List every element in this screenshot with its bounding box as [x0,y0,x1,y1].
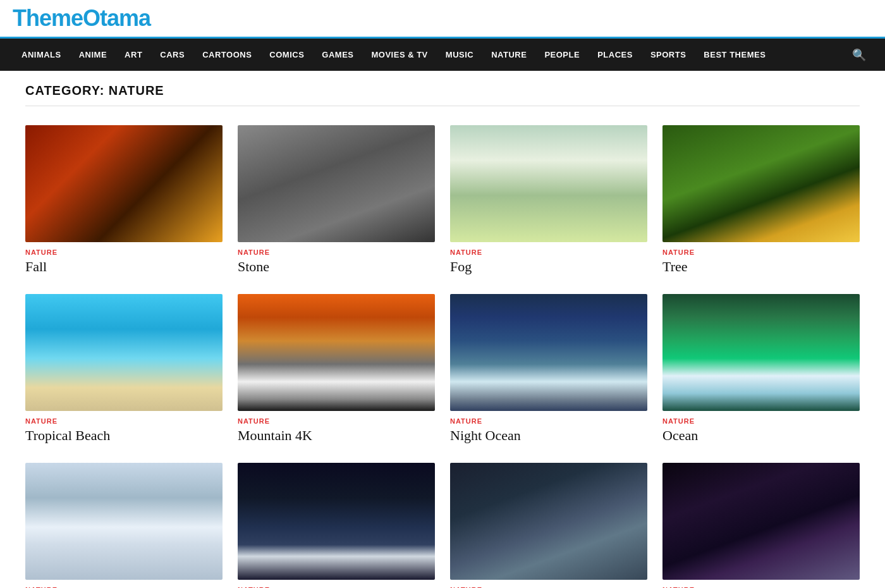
card-title-fog: Fog [450,259,647,275]
card-image-inner-snow-tree [25,463,223,580]
nav-link[interactable]: ART [116,39,151,71]
card-tree[interactable]: NATURETree [662,125,860,275]
card-title-fall: Fall [25,259,223,275]
nav-item-movies---tv[interactable]: MOVIES & TV [363,39,437,71]
nav-link[interactable]: NATURE [482,39,535,71]
nav-link[interactable]: GAMES [313,39,362,71]
nav-item-cars[interactable]: CARS [151,39,193,71]
card-category-mountain-4k: NATURE [238,417,435,425]
card-night-ocean[interactable]: NATURENight Ocean [450,294,647,444]
nav-item-comics[interactable]: COMICS [260,39,313,71]
card-category-fog: NATURE [450,248,647,256]
card-image-tropical-beach [25,294,223,411]
card-image-inner-water-drops [450,463,647,580]
nav-link[interactable]: ANIMALS [13,39,70,71]
card-night-mountain[interactable]: NATURENight Mountain [238,463,435,588]
nav-item-places[interactable]: PLACES [589,39,642,71]
card-category-night-ocean: NATURE [450,417,647,425]
nav-item-anime[interactable]: ANIME [70,39,116,71]
card-image-night-mountain [238,463,435,580]
logo-bar: ThemeOtama [0,0,885,39]
card-title-mountain-4k: Mountain 4K [238,427,435,444]
nav-link[interactable]: CARS [151,39,193,71]
nav-link[interactable]: ANIME [70,39,116,71]
nav-item-games[interactable]: GAMES [313,39,362,71]
nav-link[interactable]: COMICS [260,39,313,71]
card-image-inner-fall [25,125,223,242]
nav-item-people[interactable]: PEOPLE [535,39,589,71]
card-image-snow-tree [25,463,223,580]
card-tropical-beach[interactable]: NATURETropical Beach [25,294,223,444]
card-title-ocean: Ocean [662,427,860,444]
nav-link[interactable]: SPORTS [642,39,695,71]
nav-link[interactable]: BEST THEMES [695,39,774,71]
card-category-fall: NATURE [25,248,223,256]
card-title-tropical-beach: Tropical Beach [25,427,223,444]
site-logo[interactable]: ThemeOtama [13,5,150,31]
card-image-inner-ocean [662,294,860,411]
card-image-inner-night-mountain [238,463,435,580]
card-category-ocean: NATURE [662,417,860,425]
card-water-drops[interactable]: NATUREWater Drops [450,463,647,588]
card-image-inner-mountain-4k [238,294,435,411]
card-category-stone: NATURE [238,248,435,256]
card-image-inner-tropical-beach [25,294,223,411]
card-image-mountain-4k [238,294,435,411]
search-icon[interactable]: 🔍 [846,42,872,68]
card-image-inner-fog [450,125,647,242]
card-fall[interactable]: NATUREFall [25,125,223,275]
card-image-fall [25,125,223,242]
card-category-tree: NATURE [662,248,860,256]
nav-item-cartoons[interactable]: CARTOONS [193,39,260,71]
nav-link[interactable]: MUSIC [437,39,482,71]
card-stone[interactable]: NATUREStone [238,125,435,275]
nav-link[interactable]: MOVIES & TV [363,39,437,71]
card-title-night-ocean: Night Ocean [450,427,647,444]
card-fog[interactable]: NATUREFog [450,125,647,275]
card-title-tree: Tree [662,259,860,275]
nav-link[interactable]: PLACES [589,39,642,71]
card-image-water-drops [450,463,647,580]
nav-link[interactable]: PEOPLE [535,39,589,71]
card-image-fog [450,125,647,242]
card-image-stone [238,125,435,242]
card-image-space [662,463,860,580]
card-title-stone: Stone [238,259,435,275]
nav-list: ANIMALSANIMEARTCARSCARTOONSCOMICSGAMESMO… [13,39,774,71]
card-image-inner-night-ocean [450,294,647,411]
cards-grid: NATUREFallNATUREStoneNATUREFogNATURETree… [25,125,860,588]
nav-item-art[interactable]: ART [116,39,151,71]
card-image-ocean [662,294,860,411]
page-content: CATEGORY: NATURE NATUREFallNATUREStoneNA… [13,71,872,588]
main-nav: ANIMALSANIMEARTCARSCARTOONSCOMICSGAMESMO… [0,39,885,71]
card-category-tropical-beach: NATURE [25,417,223,425]
card-ocean[interactable]: NATUREOcean [662,294,860,444]
card-image-night-ocean [450,294,647,411]
category-title: CATEGORY: NATURE [25,83,860,106]
card-space[interactable]: NATURESpace [662,463,860,588]
nav-item-sports[interactable]: SPORTS [642,39,695,71]
card-image-inner-tree [662,125,860,242]
nav-item-nature[interactable]: NATURE [482,39,535,71]
nav-item-animals[interactable]: ANIMALS [13,39,70,71]
card-mountain-4k[interactable]: NATUREMountain 4K [238,294,435,444]
card-image-tree [662,125,860,242]
card-image-inner-space [662,463,860,580]
nav-item-music[interactable]: MUSIC [437,39,482,71]
nav-item-best-themes[interactable]: BEST THEMES [695,39,774,71]
card-image-inner-stone [238,125,435,242]
card-snow-tree[interactable]: NATURESnow Tree [25,463,223,588]
nav-link[interactable]: CARTOONS [193,39,260,71]
